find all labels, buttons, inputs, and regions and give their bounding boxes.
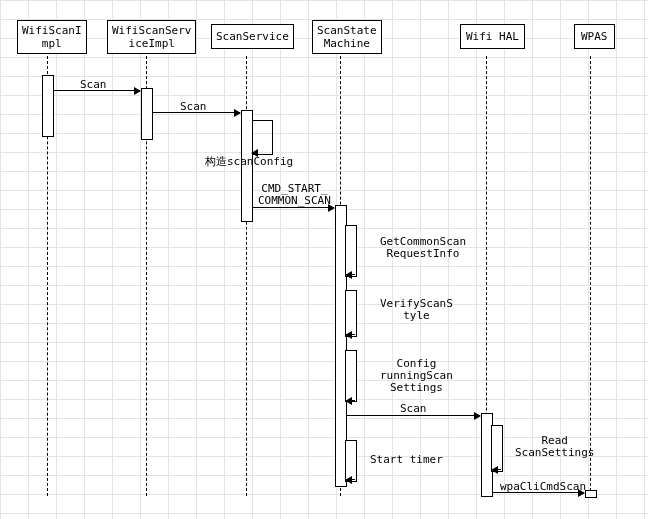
msg-label-scan-1: Scan (80, 79, 107, 91)
selfreturn-verify (346, 334, 355, 335)
lifeline-WPAS (590, 56, 591, 496)
activation-ScanStateMachine-self3 (345, 350, 357, 402)
activation-WifiScanImpl (42, 75, 54, 137)
activation-WifiScanServiceImpl (141, 88, 153, 140)
participant-WifiScanImpl: WifiScanI mpl (17, 20, 87, 54)
selfreturn-getcommon (346, 274, 355, 275)
participant-WPAS: WPAS (574, 24, 615, 49)
msg-label-scanConfig: 构造scanConfig (205, 156, 293, 168)
msg-label-wpacli: wpaCliCmdScan (500, 481, 586, 493)
msg-label-scan-hal: Scan (400, 403, 427, 415)
msg-label-config: Config runningScan Settings (380, 358, 453, 394)
activation-WPAS (585, 490, 597, 498)
participant-ScanService: ScanService (211, 24, 294, 49)
msg-label-getcommon: GetCommonScan RequestInfo (380, 236, 466, 260)
msg-label-starttimer: Start timer (370, 454, 443, 466)
selfreturn-readsettings (492, 469, 501, 470)
msg-arrow-cmdstart (252, 207, 334, 208)
msg-label-cmdstart: CMD_START_ COMMON_SCAN (258, 183, 331, 207)
msg-label-verify: VerifyScanS tyle (380, 298, 453, 322)
participant-WifiHAL: Wifi HAL (460, 24, 525, 49)
msg-label-readsettings: Read ScanSettings (515, 435, 594, 459)
selfreturn-starttimer (346, 479, 355, 480)
activation-ScanStateMachine-self1 (345, 225, 357, 277)
msg-arrow-scan-hal (346, 415, 480, 416)
activation-ScanStateMachine-self2 (345, 290, 357, 337)
activation-WifiHAL-self (491, 425, 503, 472)
participant-ScanStateMachine: ScanState Machine (312, 20, 382, 54)
sequence-diagram: WifiScanI mpl WifiScanServ iceImpl ScanS… (0, 0, 648, 519)
msg-label-scan-2: Scan (180, 101, 207, 113)
selfreturn-config (346, 400, 355, 401)
participant-WifiScanServiceImpl: WifiScanServ iceImpl (107, 20, 196, 54)
